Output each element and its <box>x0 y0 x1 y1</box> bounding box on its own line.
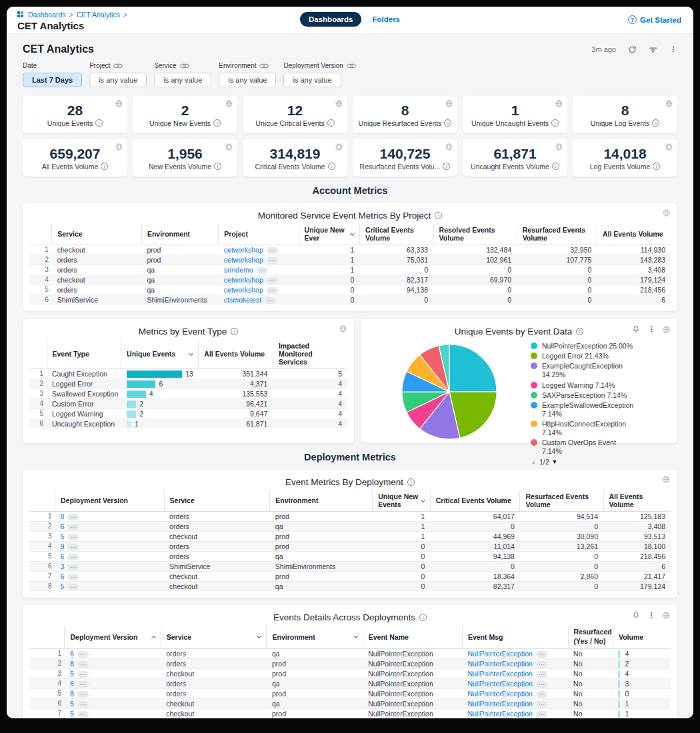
more-actions-icon[interactable] <box>77 661 89 668</box>
filter-value-service[interactable]: is any value <box>154 73 211 87</box>
pie-slice-nullpointerexception[interactable] <box>449 345 497 392</box>
column-header-unique-new-ever[interactable]: Unique New Ever <box>299 225 359 245</box>
info-icon[interactable] <box>551 119 559 127</box>
column-header-critical-events-volume[interactable]: Critical Events Volume <box>359 225 433 245</box>
kebab-menu-icon[interactable] <box>647 325 655 333</box>
cell-link[interactable]: NullPointerException <box>467 650 532 658</box>
info-icon[interactable] <box>214 163 221 170</box>
more-actions-icon[interactable] <box>536 711 547 718</box>
tab-folders[interactable]: Folders <box>372 15 400 23</box>
legend-item-saxparseexception[interactable]: SAXParseException 7.14% <box>531 391 671 400</box>
cell-link[interactable]: NullPointerException <box>467 710 532 718</box>
filter-value-environment[interactable]: is any value <box>219 73 276 87</box>
cell-link[interactable]: 6 <box>61 522 65 530</box>
column-header-event-msg[interactable]: Event Msg <box>462 626 568 649</box>
cell-link[interactable]: 8 <box>70 660 74 668</box>
kebab-menu-icon[interactable] <box>647 611 655 619</box>
filter-icon[interactable] <box>649 45 657 54</box>
breadcrumb-link-cet-analytics[interactable]: CET Analytics <box>77 11 120 19</box>
get-started-button[interactable]: Get Started <box>628 15 681 24</box>
globe-icon[interactable] <box>555 100 563 107</box>
info-icon[interactable] <box>443 163 450 170</box>
more-actions-icon[interactable] <box>536 701 547 708</box>
globe-icon[interactable] <box>665 100 673 107</box>
column-header-unique-events[interactable]: Unique Events <box>121 341 199 369</box>
more-actions-icon[interactable] <box>67 554 79 560</box>
column-header-service[interactable]: Service <box>52 225 142 245</box>
column-header-service[interactable]: Service <box>164 491 270 512</box>
cell-link[interactable]: cetworkshop <box>224 246 263 254</box>
legend-prev-icon[interactable]: ▲ <box>531 458 537 465</box>
more-actions-icon[interactable] <box>267 277 278 284</box>
globe-icon[interactable] <box>225 143 233 151</box>
more-actions-icon[interactable] <box>536 681 547 688</box>
legend-next-icon[interactable]: ▼ <box>552 458 558 465</box>
column-header-all-events-volume[interactable]: All Events Volume <box>603 491 671 512</box>
column-header-volume[interactable]: Volume <box>613 626 671 649</box>
cell-link[interactable]: 5 <box>70 710 74 718</box>
info-icon[interactable] <box>419 614 427 621</box>
cell-link[interactable]: srmdemo <box>224 266 253 274</box>
more-actions-icon[interactable] <box>536 691 547 698</box>
info-icon[interactable] <box>407 478 415 486</box>
globe-icon[interactable] <box>445 100 453 107</box>
column-header-critical-events-volume[interactable]: Critical Events Volume <box>430 491 520 512</box>
cell-link[interactable]: NullPointerException <box>467 680 532 688</box>
tab-dashboards[interactable]: Dashboards <box>300 12 361 27</box>
more-actions-icon[interactable] <box>77 701 89 708</box>
globe-icon[interactable] <box>663 326 670 333</box>
info-icon[interactable] <box>327 119 335 127</box>
legend-item-httphostconnectexception[interactable]: HttpHostConnectException 7.14% <box>531 420 671 437</box>
info-icon[interactable] <box>231 328 238 335</box>
cell-link[interactable]: NullPointerException <box>467 700 532 708</box>
globe-icon[interactable] <box>663 209 670 217</box>
legend-item-custom-overops-event[interactable]: Custom OverOps Event 7.14% <box>531 438 671 456</box>
column-header-all-events-volume[interactable]: All Events Volume <box>199 341 273 369</box>
more-actions-icon[interactable] <box>267 257 278 264</box>
globe-icon[interactable] <box>663 612 670 619</box>
column-header-resolved-events-volume[interactable]: Resolved Events Volume <box>433 225 517 245</box>
info-icon[interactable] <box>435 212 442 219</box>
column-header-deployment-version[interactable]: Deployment Version <box>55 491 165 512</box>
column-header-impacted-monitored-services[interactable]: Impacted Monitored Services <box>273 341 347 369</box>
more-actions-icon[interactable] <box>77 651 89 658</box>
more-actions-icon[interactable] <box>536 651 547 658</box>
more-actions-icon[interactable] <box>536 671 547 678</box>
info-icon[interactable] <box>328 163 335 170</box>
info-icon[interactable] <box>444 119 451 127</box>
cell-link[interactable]: 3 <box>61 562 65 570</box>
info-icon[interactable] <box>576 328 583 335</box>
column-header-event-name[interactable]: Event Name <box>363 626 462 649</box>
cell-link[interactable]: 6 <box>61 552 65 560</box>
globe-icon[interactable] <box>339 325 347 333</box>
more-actions-icon[interactable] <box>77 681 89 688</box>
more-actions-icon[interactable] <box>67 534 79 540</box>
cell-link[interactable]: 6 <box>70 680 74 688</box>
more-actions-icon[interactable] <box>67 564 79 570</box>
cell-link[interactable]: cetworkshop <box>224 256 263 264</box>
column-header-unique-new-events[interactable]: Unique New Events <box>373 491 431 512</box>
globe-icon[interactable] <box>115 100 123 107</box>
globe-icon[interactable] <box>225 100 233 107</box>
more-actions-icon[interactable] <box>67 584 79 590</box>
globe-icon[interactable] <box>665 143 673 151</box>
column-header-service[interactable]: Service <box>161 626 267 649</box>
legend-item-logged-warning[interactable]: Logged Warning 7.14% <box>531 381 671 390</box>
more-actions-icon[interactable] <box>67 544 79 550</box>
more-actions-icon[interactable] <box>77 711 89 718</box>
globe-icon[interactable] <box>663 476 670 483</box>
column-header-environment[interactable]: Environment <box>270 491 373 512</box>
info-icon[interactable] <box>101 163 108 170</box>
cell-link[interactable]: 8 <box>70 690 74 698</box>
cell-link[interactable]: 5 <box>61 582 65 590</box>
info-icon[interactable] <box>95 119 103 127</box>
column-header-resurfaced-yes-no-[interactable]: Resurfaced(Yes / No) <box>568 626 613 649</box>
legend-item-logged-error[interactable]: Logged Error 21.43% <box>531 352 671 361</box>
column-header-environment[interactable]: Environment <box>141 225 218 245</box>
globe-icon[interactable] <box>115 143 123 151</box>
cell-link[interactable]: cetworkshop <box>224 276 263 284</box>
refresh-icon[interactable] <box>628 45 637 54</box>
cell-link[interactable]: 9 <box>61 542 65 550</box>
globe-icon[interactable] <box>445 143 453 151</box>
legend-item-nullpointerexception[interactable]: NullPointerException 25.00% <box>531 342 671 351</box>
